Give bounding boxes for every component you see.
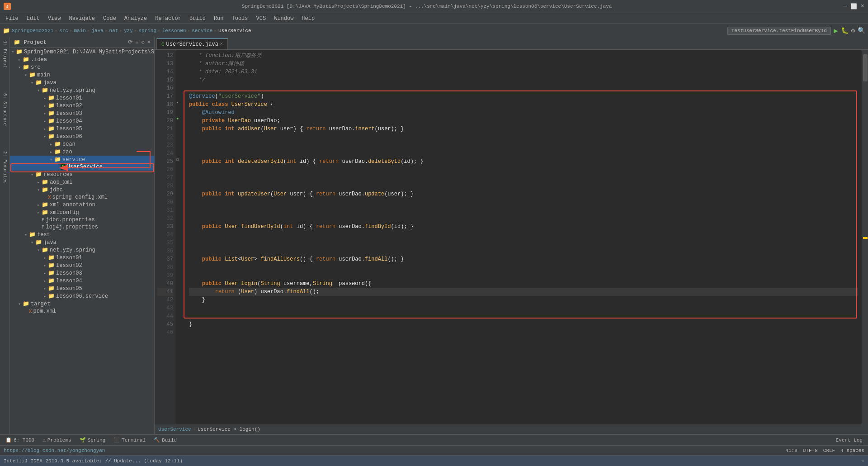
tree-item-label: xmlconfig [50, 209, 79, 216]
tree-arrow-icon: ▾ [29, 172, 35, 177]
tree-item-xmlconfig[interactable]: ▸📁xmlconfig [10, 209, 154, 216]
tree-item-lesson04[interactable]: ▸📁lesson04 [10, 277, 154, 285]
sidebar-settings-icon[interactable]: ⚙ [142, 39, 145, 46]
title-text: SpringDemo2021 [D:\JAVA_MyBatisProjects\… [14, 4, 840, 9]
cursor-position[interactable]: 41:9 [785, 448, 797, 453]
tree-item-net.yzy.spring[interactable]: ▾📁net.yzy.spring [10, 246, 154, 254]
notification-close[interactable]: × [861, 458, 864, 464]
tree-item-label: jdbc.properties [46, 217, 95, 223]
sidebar-collapse-icon[interactable]: ≡ [135, 39, 138, 46]
menu-edit[interactable]: Edit [23, 14, 43, 23]
menu-vcs[interactable]: VCS [253, 14, 270, 23]
window-controls[interactable]: ─ ⬜ × [843, 3, 864, 10]
tree-item-src[interactable]: ▾📁src [10, 63, 154, 71]
code-line-29: public int updateUser(User user) { retur… [189, 190, 858, 198]
tree-item-lesson03[interactable]: ▸📁lesson03 [10, 269, 154, 277]
menu-window[interactable]: Window [270, 14, 297, 23]
event-log-tab[interactable]: Event Log [832, 437, 866, 444]
menu-view[interactable]: View [44, 14, 65, 23]
tree-item-lesson02[interactable]: ▸📁lesson02 [10, 102, 154, 109]
tree-file-icon: 📁 [42, 87, 48, 94]
menu-tools[interactable]: Tools [228, 14, 252, 23]
tree-item-aop_xml[interactable]: ▸📁aop_xml [10, 178, 154, 186]
tree-item-lesson03[interactable]: ▸📁lesson03 [10, 109, 154, 117]
tree-item-target[interactable]: ▾📁target [10, 300, 154, 308]
build-tab[interactable]: 🔨 Build [150, 436, 180, 444]
favorites-panel-icon[interactable]: 2: Favorites [1, 149, 8, 185]
tree-item-lesson01[interactable]: ▸📁lesson01 [10, 94, 154, 102]
run-config-dropdown[interactable]: TestUserService.testFindUserById [727, 27, 831, 35]
menu-run[interactable]: Run [210, 14, 227, 23]
tree-item-lesson05[interactable]: ▸📁lesson05 [10, 125, 154, 133]
tree-item-jdbc.properties[interactable]: Pjdbc.properties [10, 216, 154, 223]
tab-close-button[interactable]: × [220, 42, 223, 47]
tree-item-net.yzy.spring[interactable]: ▾📁net.yzy.spring [10, 86, 154, 94]
tree-item-log4j.properties[interactable]: Plog4j.properties [10, 223, 154, 231]
tree-item-label: .idea [31, 57, 47, 63]
tree-item-test[interactable]: ▾📁test [10, 231, 154, 238]
tree-item-bean[interactable]: ▸📁bean [10, 140, 154, 148]
tree-arrow-icon: ▾ [35, 187, 42, 193]
code-line-14: * date: 2021.03.31 [189, 68, 858, 76]
encoding-status[interactable]: UTF-8 [803, 448, 818, 453]
restore-button[interactable]: ⬜ [850, 3, 857, 10]
menu-build[interactable]: Build [186, 14, 209, 23]
project-panel-icon[interactable]: 1: Project [1, 39, 8, 70]
debug-button[interactable]: 🐛 [841, 27, 849, 34]
tab-userservice[interactable]: C UserService.java × [156, 38, 228, 49]
tree-item-java[interactable]: ▾📁java [10, 238, 154, 246]
indent-status[interactable]: 4 spaces [840, 448, 864, 453]
line-sep-status[interactable]: CRLF [823, 448, 835, 453]
menu-help[interactable]: Help [298, 14, 318, 23]
tree-item-lesson04[interactable]: ▸📁lesson04 [10, 117, 154, 125]
tree-item-pom.xml[interactable]: Xpom.xml [10, 308, 154, 315]
code-line-19: @Autowired [189, 109, 858, 117]
sidebar-sync-icon[interactable]: ⟳ [128, 39, 132, 46]
tree-item-lesson01[interactable]: ▸📁lesson01 [10, 254, 154, 262]
menu-analyze[interactable]: Analyze [121, 14, 151, 23]
git-status[interactable]: https://blog.csdn.net/yongzhongyan [4, 448, 105, 453]
tree-item-lesson02[interactable]: ▸📁lesson02 [10, 262, 154, 269]
menu-navigate[interactable]: Navigate [65, 14, 99, 23]
tree-item-main[interactable]: ▾📁main [10, 71, 154, 79]
tree-item-userservice[interactable]: CUserService [10, 163, 154, 171]
tree-item-lesson06.service[interactable]: ▸📁lesson06.service [10, 292, 154, 300]
tree-item-resources[interactable]: ▾📁resources [10, 171, 154, 178]
tree-file-icon: 📁 [48, 118, 55, 124]
run-button[interactable]: ▶ [834, 26, 838, 35]
breadcrumb-login[interactable]: UserService > login() [198, 427, 260, 432]
spring-tab[interactable]: 🌱 Spring [76, 436, 109, 444]
menu-refactor[interactable]: Refactor [151, 14, 185, 23]
tree-item-label: net.yzy.spring [50, 87, 95, 94]
structure-panel-icon[interactable]: 6: Structure [1, 91, 8, 128]
breadcrumb-userservice[interactable]: UserService [158, 427, 191, 432]
scrollbar-thumb[interactable] [863, 54, 868, 81]
tree-item-service[interactable]: ▾📁service [10, 156, 154, 163]
tree-item-dao[interactable]: ▸📁dao [10, 148, 154, 156]
status-bar: https://blog.csdn.net/yongzhongyan 41:9 … [0, 445, 868, 455]
close-button[interactable]: × [861, 3, 864, 10]
toolbar-settings[interactable]: ⚙ [851, 27, 855, 34]
tree-item-lesson06[interactable]: ▾📁lesson06 [10, 133, 154, 140]
problems-tab[interactable]: ⚠ Problems [39, 436, 75, 444]
tree-item-lesson05[interactable]: ▸📁lesson05 [10, 285, 154, 292]
code-content[interactable]: ▾ ● ◻ * function:用户服务类 * author:薛仲杨 [176, 50, 862, 424]
tree-item-jdbc[interactable]: ▾📁jdbc [10, 186, 154, 194]
tree-item-.idea[interactable]: ▸📁.idea [10, 56, 154, 63]
minimize-button[interactable]: ─ [843, 3, 846, 10]
tree-item-java[interactable]: ▾📁java [10, 79, 154, 86]
tree-item-label: aop_xml [50, 179, 72, 185]
sidebar-close-icon[interactable]: × [147, 39, 151, 46]
menu-code[interactable]: Code [99, 14, 120, 23]
toolbar-search[interactable]: 🔍 [858, 27, 865, 34]
tree-item-spring-config.xml[interactable]: Xspring-config.xml [10, 194, 154, 201]
todo-tab[interactable]: 📋 6: TODO [2, 436, 38, 444]
terminal-tab[interactable]: ⬛ Terminal [110, 436, 149, 444]
tree-item-springdemo2021-d:\java_mybatisprojects\s[interactable]: ▾📁SpringDemo2021 D:\JAVA_MyBatisProjects… [10, 48, 154, 56]
scrollbar-track[interactable] [862, 50, 868, 424]
menu-file[interactable]: File [2, 14, 22, 23]
code-editor: 12 13 14 15 16 17 18 19 20 21 22 23 24 2… [155, 50, 868, 424]
tree-item-xml_annotation[interactable]: ▸📁xml_annotation [10, 201, 154, 209]
tree-arrow-icon: ▾ [48, 157, 54, 162]
tree-file-icon: X [29, 308, 32, 314]
